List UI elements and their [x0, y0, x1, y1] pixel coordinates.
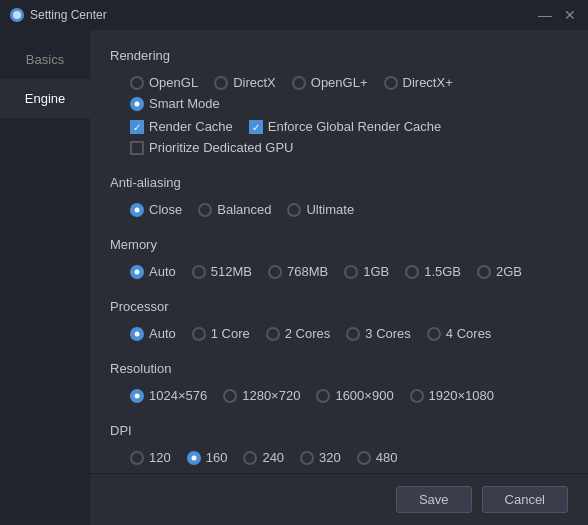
radio-proc-4cores-label: 4 Cores	[446, 326, 492, 341]
processor-section: Processor Auto 1 Core 2 Cores	[110, 299, 568, 341]
radio-ultimate[interactable]: Ultimate	[287, 202, 354, 217]
radio-mem-1-5gb-label: 1.5GB	[424, 264, 461, 279]
radio-dpi-120-circle	[130, 451, 144, 465]
radio-res-1600-label: 1600×900	[335, 388, 393, 403]
title-bar-title: Setting Center	[30, 8, 107, 22]
main-layout: Basics Engine Rendering OpenGL DirectX	[0, 30, 588, 525]
close-button[interactable]: ✕	[562, 8, 578, 22]
checkbox-enforceglobal[interactable]: Enforce Global Render Cache	[249, 119, 441, 134]
memory-radio-group: Auto 512MB 768MB 1GB	[110, 264, 568, 279]
radio-dpi-320-circle	[300, 451, 314, 465]
radio-res-1024-circle	[130, 389, 144, 403]
radio-proc-2cores-circle	[266, 327, 280, 341]
sidebar-item-basics[interactable]: Basics	[0, 40, 90, 79]
radio-proc-3cores[interactable]: 3 Cores	[346, 326, 411, 341]
radio-directxplus[interactable]: DirectX+	[384, 75, 453, 90]
radio-openglplus[interactable]: OpenGL+	[292, 75, 368, 90]
checkbox-prioritize[interactable]: Prioritize Dedicated GPU	[130, 140, 294, 155]
radio-mem-512mb-circle	[192, 265, 206, 279]
radio-proc-3cores-label: 3 Cores	[365, 326, 411, 341]
radio-proc-4cores-circle	[427, 327, 441, 341]
radio-balanced-label: Balanced	[217, 202, 271, 217]
radio-directx-label: DirectX	[233, 75, 276, 90]
radio-proc-2cores[interactable]: 2 Cores	[266, 326, 331, 341]
title-bar: Setting Center — ✕	[0, 0, 588, 30]
antialiasing-title: Anti-aliasing	[110, 175, 568, 190]
rendering-title: Rendering	[110, 48, 568, 63]
radio-proc-1core[interactable]: 1 Core	[192, 326, 250, 341]
radio-close[interactable]: Close	[130, 202, 182, 217]
sidebar: Basics Engine	[0, 30, 90, 525]
radio-res-1920[interactable]: 1920×1080	[410, 388, 494, 403]
title-bar-left: Setting Center	[10, 8, 107, 22]
save-button[interactable]: Save	[396, 486, 472, 513]
radio-res-1280-circle	[223, 389, 237, 403]
radio-openglplus-label: OpenGL+	[311, 75, 368, 90]
radio-dpi-160[interactable]: 160	[187, 450, 228, 465]
radio-mem-2gb[interactable]: 2GB	[477, 264, 522, 279]
radio-dpi-240-circle	[243, 451, 257, 465]
radio-dpi-480-circle	[357, 451, 371, 465]
checkbox-rendercache[interactable]: Render Cache	[130, 119, 233, 134]
rendering-section: Rendering OpenGL DirectX OpenGL+	[110, 48, 568, 155]
radio-dpi-480-label: 480	[376, 450, 398, 465]
radio-smartmode[interactable]: Smart Mode	[130, 96, 220, 111]
memory-section: Memory Auto 512MB 768MB	[110, 237, 568, 279]
radio-close-circle	[130, 203, 144, 217]
resolution-title: Resolution	[110, 361, 568, 376]
processor-title: Processor	[110, 299, 568, 314]
radio-mem-auto-label: Auto	[149, 264, 176, 279]
radio-directx[interactable]: DirectX	[214, 75, 276, 90]
radio-opengl[interactable]: OpenGL	[130, 75, 198, 90]
radio-mem-512mb[interactable]: 512MB	[192, 264, 252, 279]
radio-ultimate-label: Ultimate	[306, 202, 354, 217]
radio-opengl-circle	[130, 76, 144, 90]
radio-proc-3cores-circle	[346, 327, 360, 341]
radio-mem-768mb[interactable]: 768MB	[268, 264, 328, 279]
radio-res-1280-label: 1280×720	[242, 388, 300, 403]
radio-mem-768mb-circle	[268, 265, 282, 279]
radio-res-1280[interactable]: 1280×720	[223, 388, 300, 403]
radio-mem-1-5gb[interactable]: 1.5GB	[405, 264, 461, 279]
cancel-button[interactable]: Cancel	[482, 486, 568, 513]
rendering-checkbox-group: Render Cache Enforce Global Render Cache…	[110, 119, 568, 155]
content-area: Rendering OpenGL DirectX OpenGL+	[90, 30, 588, 473]
radio-balanced[interactable]: Balanced	[198, 202, 271, 217]
footer: Save Cancel	[90, 473, 588, 525]
checkbox-enforceglobal-box	[249, 120, 263, 134]
radio-res-1024[interactable]: 1024×576	[130, 388, 207, 403]
svg-point-0	[13, 11, 21, 19]
sidebar-item-engine[interactable]: Engine	[0, 79, 90, 118]
radio-close-label: Close	[149, 202, 182, 217]
radio-mem-1gb-label: 1GB	[363, 264, 389, 279]
dpi-section: DPI 120 160 240	[110, 423, 568, 465]
checkbox-enforceglobal-label: Enforce Global Render Cache	[268, 119, 441, 134]
radio-dpi-120[interactable]: 120	[130, 450, 171, 465]
radio-res-1920-circle	[410, 389, 424, 403]
radio-proc-1core-label: 1 Core	[211, 326, 250, 341]
radio-mem-auto-circle	[130, 265, 144, 279]
radio-proc-1core-circle	[192, 327, 206, 341]
radio-proc-auto-label: Auto	[149, 326, 176, 341]
radio-mem-1gb-circle	[344, 265, 358, 279]
radio-openglplus-circle	[292, 76, 306, 90]
radio-directx-circle	[214, 76, 228, 90]
radio-proc-4cores[interactable]: 4 Cores	[427, 326, 492, 341]
radio-proc-auto[interactable]: Auto	[130, 326, 176, 341]
radio-balanced-circle	[198, 203, 212, 217]
radio-dpi-480[interactable]: 480	[357, 450, 398, 465]
minimize-button[interactable]: —	[536, 8, 554, 22]
radio-mem-1gb[interactable]: 1GB	[344, 264, 389, 279]
radio-dpi-320[interactable]: 320	[300, 450, 341, 465]
radio-res-1024-label: 1024×576	[149, 388, 207, 403]
antialiasing-radio-group: Close Balanced Ultimate	[110, 202, 568, 217]
title-bar-controls: — ✕	[536, 8, 578, 22]
radio-smartmode-label: Smart Mode	[149, 96, 220, 111]
radio-res-1600[interactable]: 1600×900	[316, 388, 393, 403]
radio-mem-auto[interactable]: Auto	[130, 264, 176, 279]
radio-opengl-label: OpenGL	[149, 75, 198, 90]
resolution-radio-group: 1024×576 1280×720 1600×900 1920×1080	[110, 388, 568, 403]
radio-dpi-160-label: 160	[206, 450, 228, 465]
radio-dpi-240[interactable]: 240	[243, 450, 284, 465]
memory-title: Memory	[110, 237, 568, 252]
